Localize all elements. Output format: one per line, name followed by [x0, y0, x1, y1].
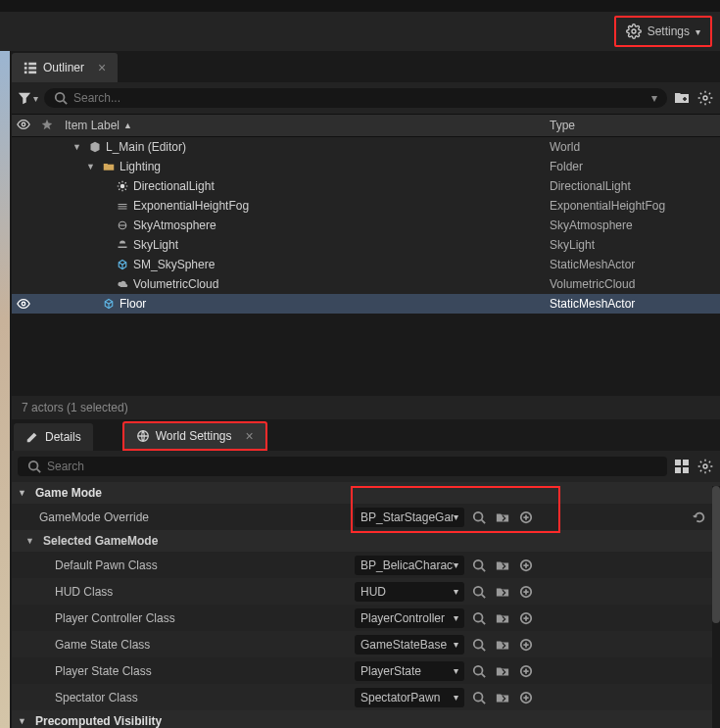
- tab-outliner-close[interactable]: ×: [98, 60, 106, 75]
- tab-details[interactable]: Details: [14, 423, 93, 451]
- tab-details-label: Details: [45, 430, 81, 444]
- new-asset-button[interactable]: [517, 636, 535, 654]
- tree-row[interactable]: ▼LightingFolder: [12, 157, 720, 176]
- prop-gamemode-override-dropdown[interactable]: BP_StarStageGam ▾: [355, 508, 464, 527]
- header-pin[interactable]: [35, 119, 59, 133]
- outliner-status: 7 actors (1 selected): [12, 396, 720, 419]
- reset-button[interactable]: [691, 509, 708, 526]
- prop-game_state-dropdown[interactable]: GameStateBase▾: [355, 635, 464, 655]
- expander-icon[interactable]: ▼: [72, 142, 84, 152]
- tree-row[interactable]: SkyLightSkyLight: [12, 235, 720, 255]
- chevron-down-icon: ▾: [33, 93, 38, 104]
- browse-icon: [472, 611, 486, 625]
- use-selected-button[interactable]: [494, 557, 511, 574]
- svg-point-8: [703, 96, 707, 100]
- tree-row[interactable]: SM_SkySphereStaticMeshActor: [12, 255, 720, 274]
- eye-icon[interactable]: [17, 297, 30, 311]
- tree-row-label: ExponentialHeightFog: [133, 199, 249, 213]
- prop-spectator-dropdown[interactable]: SpectatorPawn▾: [355, 688, 464, 707]
- svg-rect-2: [28, 63, 36, 66]
- svg-point-0: [632, 29, 636, 33]
- header-visibility[interactable]: [12, 118, 35, 134]
- outliner-search-input[interactable]: [73, 91, 646, 105]
- folder-icon: [102, 160, 116, 173]
- folder-arrow-icon: [496, 611, 509, 625]
- expander-icon[interactable]: ▼: [86, 162, 98, 171]
- outliner-icon: [24, 61, 37, 74]
- chevron-down-icon: ▾: [454, 511, 458, 522]
- tree-row-label: DirectionalLight: [133, 179, 215, 193]
- folder-plus-icon: [674, 90, 690, 106]
- tree-row[interactable]: FloorStaticMeshActor: [12, 294, 720, 314]
- chevron-down-icon: ▾: [454, 559, 458, 570]
- tab-outliner[interactable]: Outliner ×: [12, 53, 118, 82]
- tree-row[interactable]: DirectionalLightDirectionalLight: [12, 176, 720, 196]
- property-matrix-button[interactable]: [673, 458, 691, 475]
- browse-button[interactable]: [470, 509, 488, 526]
- new-asset-button[interactable]: [517, 662, 535, 680]
- svg-rect-5: [24, 72, 27, 74]
- header-type[interactable]: Type: [544, 119, 720, 132]
- browse-button[interactable]: [470, 583, 488, 601]
- folder-arrow-icon: [496, 558, 509, 572]
- cloud-icon: [116, 277, 129, 291]
- prop-player_controller-dropdown[interactable]: PlayerController▾: [355, 608, 464, 628]
- browse-button[interactable]: [470, 636, 488, 654]
- tree-row[interactable]: SkyAtmosphereSkyAtmosphere: [12, 216, 720, 235]
- new-folder-button[interactable]: [673, 89, 691, 107]
- svg-point-24: [474, 586, 483, 595]
- tree-row[interactable]: ExponentialHeightFogExponentialHeightFog: [12, 196, 720, 216]
- plus-circle-icon: [519, 691, 533, 704]
- use-selected-button[interactable]: [494, 689, 511, 706]
- category-selected-gamemode[interactable]: ▼ Selected GameMode: [12, 530, 720, 552]
- tree-row[interactable]: ▼L_Main (Editor)World: [12, 137, 720, 157]
- atmo-icon: [116, 218, 129, 232]
- details-settings-button[interactable]: [696, 458, 714, 475]
- svg-rect-6: [28, 72, 36, 74]
- new-asset-button[interactable]: [517, 609, 535, 627]
- gear-icon: [626, 24, 642, 39]
- chevron-down-icon: ▾: [696, 26, 700, 37]
- use-selected-button[interactable]: [494, 636, 511, 654]
- browse-button[interactable]: [470, 557, 488, 574]
- settings-button[interactable]: Settings ▾: [614, 16, 712, 47]
- prop-hud-dropdown[interactable]: HUD▾: [355, 582, 464, 602]
- gear-icon: [697, 90, 713, 106]
- chevron-down-icon[interactable]: ▾: [651, 91, 657, 105]
- tree-row-type: SkyAtmosphere: [544, 218, 720, 232]
- category-game-mode[interactable]: ▼ Game Mode: [12, 482, 720, 504]
- browse-button[interactable]: [470, 662, 488, 680]
- new-asset-button[interactable]: [517, 509, 535, 526]
- new-asset-button[interactable]: [517, 583, 535, 601]
- expander-icon: ▼: [18, 716, 29, 726]
- pencil-icon: [25, 430, 39, 444]
- use-selected-button[interactable]: [494, 509, 511, 526]
- svg-point-30: [474, 665, 483, 674]
- category-precomputed-visibility[interactable]: ▼ Precomputed Visibility: [12, 710, 720, 728]
- filter-button[interactable]: ▾: [18, 91, 38, 105]
- details-scrollbar[interactable]: [712, 486, 720, 728]
- new-asset-button[interactable]: [517, 689, 535, 706]
- tree-row-type: DirectionalLight: [544, 179, 720, 193]
- fog-icon: [116, 199, 129, 213]
- prop-player_state-dropdown[interactable]: PlayerState▾: [355, 661, 464, 681]
- browse-button[interactable]: [470, 689, 488, 706]
- new-asset-button[interactable]: [517, 557, 535, 574]
- tab-world-close[interactable]: ×: [246, 428, 254, 444]
- details-search-input[interactable]: [47, 460, 657, 473]
- chevron-down-icon: ▾: [454, 586, 458, 597]
- use-selected-button[interactable]: [494, 583, 511, 601]
- tab-world-settings[interactable]: World Settings ×: [122, 421, 267, 451]
- filter-icon: [18, 91, 31, 105]
- prop-gamemode-override-label: GameMode Override: [18, 510, 341, 524]
- svg-point-26: [474, 612, 483, 621]
- header-item-label[interactable]: Item Label ▲: [59, 119, 544, 132]
- scrollbar-thumb[interactable]: [712, 486, 720, 623]
- browse-button[interactable]: [470, 609, 488, 627]
- prop-default_pawn-dropdown[interactable]: BP_BelicaCharact▾: [355, 556, 464, 575]
- outliner-settings-button[interactable]: [696, 89, 714, 107]
- use-selected-button[interactable]: [494, 609, 511, 627]
- use-selected-button[interactable]: [494, 662, 511, 680]
- reset-icon: [693, 510, 706, 524]
- tree-row[interactable]: VolumetricCloudVolumetricCloud: [12, 274, 720, 294]
